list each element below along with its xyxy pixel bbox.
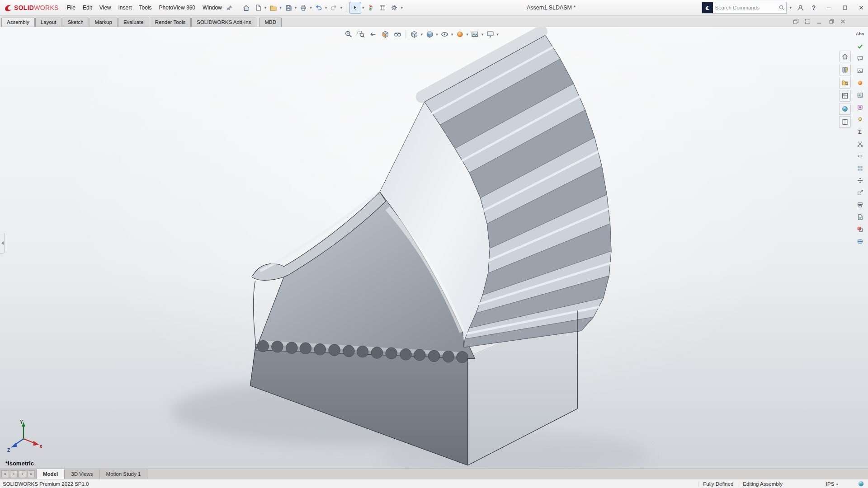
doc-restore-down-button[interactable] [826, 17, 835, 25]
view-settings-button[interactable] [484, 28, 496, 40]
section-view-button[interactable] [380, 28, 392, 40]
task-pane-custom-properties[interactable] [839, 116, 851, 128]
task-pane-design-library[interactable] [839, 64, 851, 75]
tab-layout[interactable]: Layout [35, 18, 62, 27]
save-dropdown-caret[interactable]: ▾ [295, 6, 297, 10]
image-quality-button[interactable] [855, 66, 865, 75]
assembly-visualization-button[interactable] [855, 236, 865, 246]
tab-mbd[interactable]: MBD [259, 18, 282, 27]
design-checker-button[interactable] [855, 41, 865, 51]
tab-markup[interactable]: Markup [90, 18, 118, 27]
select-dropdown-caret[interactable]: ▾ [362, 6, 364, 10]
window-maximize-button[interactable] [838, 1, 852, 14]
component-pattern-button[interactable] [855, 163, 865, 173]
menu-file[interactable]: File [63, 3, 79, 13]
tab-scroll-first-button[interactable]: « [1, 470, 9, 478]
apply-scene-button[interactable] [469, 28, 481, 40]
home-button[interactable] [241, 2, 252, 13]
doc-minimize-button[interactable] [815, 17, 824, 25]
options-button[interactable] [389, 2, 400, 13]
units-caret-icon[interactable]: ▴ [836, 482, 838, 486]
help-button[interactable]: ? [808, 2, 819, 13]
options-dropdown-caret[interactable]: ▾ [401, 6, 403, 10]
tab-scroll-next-button[interactable]: › [19, 470, 26, 478]
display-style-button[interactable] [424, 28, 435, 40]
view-settings-caret[interactable]: ▾ [496, 33, 499, 37]
trim-button[interactable] [855, 139, 865, 149]
task-pane-view-palette[interactable] [839, 90, 851, 102]
redo-dropdown-caret[interactable]: ▾ [340, 6, 342, 10]
pin-menu-button[interactable] [226, 4, 234, 12]
zoom-to-area-button[interactable] [355, 28, 367, 40]
undo-dropdown-caret[interactable]: ▾ [325, 6, 327, 10]
decals-button[interactable] [855, 102, 865, 112]
mirror-components-button[interactable] [855, 151, 865, 161]
view-orientation-caret[interactable]: ▾ [421, 33, 423, 37]
new-dropdown-caret[interactable]: ▾ [264, 6, 267, 10]
edit-appearance-caret[interactable]: ▾ [466, 33, 468, 37]
open-button[interactable] [268, 2, 278, 13]
doc-tab-motion-study-1[interactable]: Motion Study 1 [100, 469, 148, 479]
menu-photoview360[interactable]: PhotoView 360 [156, 3, 199, 13]
open-dropdown-caret[interactable]: ▾ [279, 6, 282, 10]
apply-scene-caret[interactable]: ▾ [481, 33, 484, 37]
appearances-button[interactable] [855, 78, 865, 88]
select-button[interactable] [349, 2, 361, 14]
check-document-button[interactable] [855, 212, 865, 222]
move-component-button[interactable] [855, 175, 865, 185]
featuremanager-collapsed-tab[interactable] [0, 233, 5, 253]
new-document-button[interactable] [253, 2, 264, 13]
file-properties-button[interactable] [377, 2, 388, 13]
tab-solidworks-add-ins[interactable]: SOLIDWORKS Add-Ins [191, 18, 256, 27]
rebuild-button[interactable] [365, 2, 376, 13]
menu-edit[interactable]: Edit [79, 3, 96, 13]
search-submit[interactable] [777, 3, 786, 12]
task-pane-appearances-scenes[interactable] [839, 103, 851, 115]
task-pane-solidworks-resources[interactable] [839, 51, 851, 62]
hide-show-items-button[interactable] [439, 28, 451, 40]
menu-insert[interactable]: Insert [115, 3, 136, 13]
hide-show-caret[interactable]: ▾ [451, 33, 453, 37]
menu-window[interactable]: Window [199, 3, 226, 13]
tab-scroll-prev-button[interactable]: ‹ [10, 470, 18, 478]
tab-assembly[interactable]: Assembly [1, 18, 35, 27]
tab-evaluate[interactable]: Evaluate [118, 18, 149, 27]
zoom-to-fit-button[interactable] [343, 28, 355, 40]
doc-tab-model[interactable]: Model [37, 469, 65, 479]
tab-scroll-last-button[interactable]: » [27, 470, 35, 478]
units-selector[interactable]: IPS [826, 481, 835, 487]
account-button[interactable] [795, 2, 806, 13]
search-commands-box[interactable] [702, 2, 787, 14]
undo-button[interactable] [313, 2, 324, 13]
equations-button[interactable]: Σ [855, 127, 865, 136]
connection-status-button[interactable] [856, 480, 865, 488]
display-style-caret[interactable]: ▾ [436, 33, 438, 37]
model-part[interactable] [250, 32, 611, 465]
previous-view-button[interactable] [368, 28, 379, 40]
lights-button[interactable] [855, 114, 865, 124]
save-button[interactable] [283, 2, 294, 13]
window-minimize-button[interactable] [822, 1, 835, 14]
graphics-viewport[interactable]: ▾ ▾ ▾ ▾ [0, 27, 868, 469]
menu-view[interactable]: View [96, 3, 115, 13]
doc-close-button[interactable] [838, 17, 847, 25]
doc-tile-button[interactable] [803, 17, 812, 25]
3d-print-button[interactable] [855, 200, 865, 210]
search-input[interactable] [713, 5, 777, 10]
export-button[interactable] [855, 188, 865, 197]
print-button[interactable] [298, 2, 309, 13]
spell-checker-button[interactable]: Abc [855, 29, 865, 39]
menu-tools[interactable]: Tools [136, 3, 156, 13]
doc-restore-button[interactable] [791, 17, 800, 25]
scenes-button[interactable] [855, 90, 865, 100]
view-orientation-button[interactable] [409, 28, 420, 40]
doc-tab-3d-views[interactable]: 3D Views [65, 469, 99, 479]
comments-button[interactable] [855, 53, 865, 63]
window-close-button[interactable] [854, 1, 868, 14]
edit-appearance-button[interactable] [454, 28, 466, 40]
interference-detection-button[interactable] [855, 224, 865, 234]
tab-sketch[interactable]: Sketch [62, 18, 89, 27]
search-dropdown-caret[interactable]: ▾ [789, 6, 792, 10]
dynamic-annotation-views-button[interactable] [392, 28, 404, 40]
redo-button[interactable] [328, 2, 339, 13]
